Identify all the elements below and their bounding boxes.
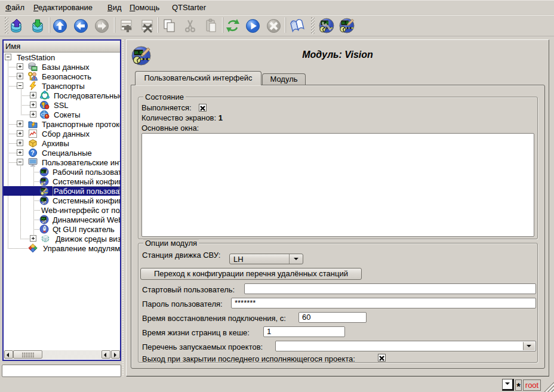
svg-text:?: ? — [31, 150, 35, 156]
svg-text:10.95: 10.95 — [41, 179, 48, 181]
